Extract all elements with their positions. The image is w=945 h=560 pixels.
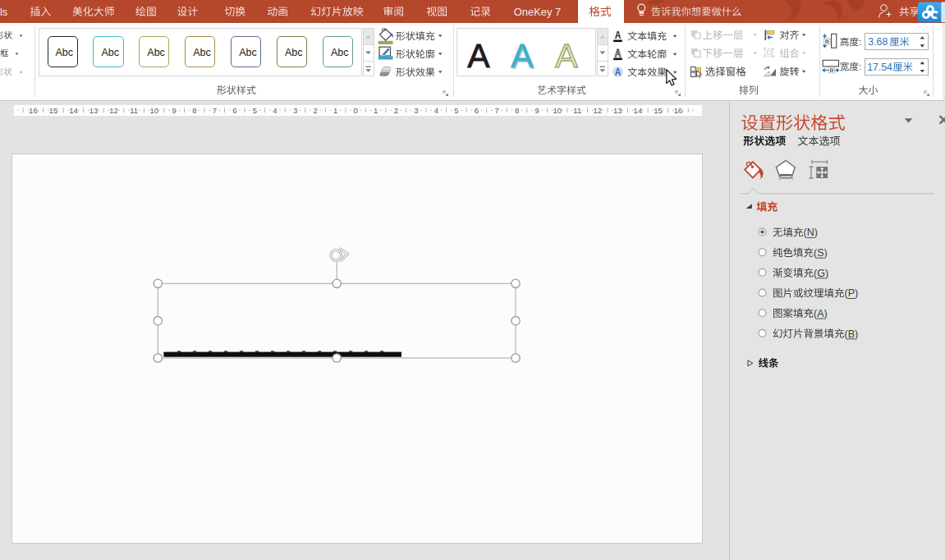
- svg-text:(P): (P): [845, 287, 859, 299]
- svg-text::: :: [859, 36, 861, 47]
- svg-text:1: 1: [333, 106, 337, 115]
- svg-text:3: 3: [293, 106, 297, 115]
- svg-text:Abc: Abc: [193, 47, 211, 58]
- svg-text::: :: [859, 61, 861, 71]
- svg-text:5: 5: [454, 106, 458, 115]
- svg-text:12: 12: [109, 106, 118, 115]
- svg-text:5: 5: [253, 106, 257, 115]
- svg-text:11: 11: [130, 106, 138, 115]
- svg-text:4: 4: [273, 106, 277, 115]
- svg-text:8: 8: [192, 106, 196, 115]
- svg-text:Abc: Abc: [285, 47, 303, 58]
- svg-text:3.68: 3.68: [868, 36, 888, 48]
- svg-text:7: 7: [213, 106, 217, 115]
- svg-text:15: 15: [654, 106, 663, 115]
- svg-text:8: 8: [515, 106, 519, 115]
- svg-text:4: 4: [434, 106, 438, 115]
- svg-text:Abc: Abc: [239, 47, 257, 58]
- svg-text:Abc: Abc: [101, 47, 119, 58]
- svg-text:14: 14: [69, 106, 78, 115]
- svg-text:A: A: [511, 37, 534, 75]
- svg-text:3: 3: [414, 106, 418, 115]
- svg-text:6: 6: [232, 106, 236, 115]
- svg-text:A: A: [615, 66, 622, 79]
- svg-text:Abc: Abc: [147, 47, 165, 58]
- svg-text:(S): (S): [814, 247, 828, 259]
- svg-text:9: 9: [172, 106, 177, 115]
- svg-text:(N): (N): [804, 227, 818, 238]
- svg-text:10: 10: [553, 106, 562, 115]
- svg-text:(A): (A): [814, 308, 828, 319]
- svg-text:11: 11: [573, 106, 581, 115]
- svg-text:1: 1: [374, 106, 378, 115]
- svg-text:Abc: Abc: [331, 47, 349, 58]
- svg-text:A: A: [467, 37, 490, 75]
- svg-text:14: 14: [634, 106, 643, 115]
- svg-text:(B): (B): [845, 328, 859, 340]
- svg-text:A: A: [555, 37, 578, 75]
- svg-text:ls: ls: [0, 6, 7, 18]
- svg-text:9: 9: [535, 106, 539, 115]
- svg-text:17.54: 17.54: [867, 62, 892, 73]
- svg-text:15: 15: [49, 106, 58, 115]
- svg-text:Abc: Abc: [56, 47, 74, 58]
- svg-text:2: 2: [313, 106, 317, 115]
- svg-text:10: 10: [149, 106, 158, 115]
- svg-text:16: 16: [674, 106, 683, 115]
- svg-text:6: 6: [475, 106, 479, 115]
- svg-text:13: 13: [613, 106, 622, 115]
- svg-text:0: 0: [354, 106, 358, 115]
- svg-text:OneKey 7: OneKey 7: [514, 6, 561, 18]
- svg-text:13: 13: [89, 106, 99, 115]
- svg-text:7: 7: [494, 106, 498, 115]
- svg-text:(G): (G): [814, 268, 828, 279]
- svg-text:16: 16: [29, 106, 38, 115]
- svg-text:A: A: [615, 29, 622, 42]
- svg-text:12: 12: [594, 106, 603, 115]
- svg-text:A: A: [615, 47, 622, 60]
- svg-text:2: 2: [394, 106, 398, 115]
